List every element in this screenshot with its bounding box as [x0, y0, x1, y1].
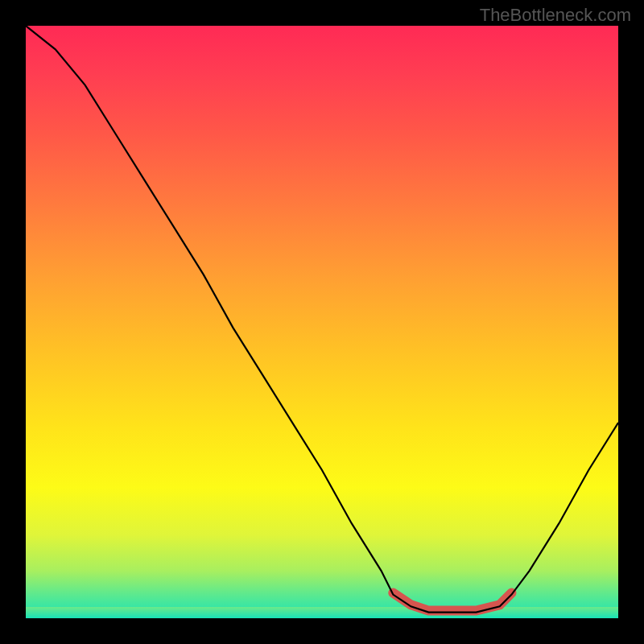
- chart-container: TheBottleneck.com: [0, 0, 644, 644]
- curve-svg: [26, 26, 618, 618]
- watermark-text: TheBottleneck.com: [480, 5, 631, 26]
- bottleneck-curve-line: [26, 26, 618, 613]
- plot-area: [26, 26, 618, 618]
